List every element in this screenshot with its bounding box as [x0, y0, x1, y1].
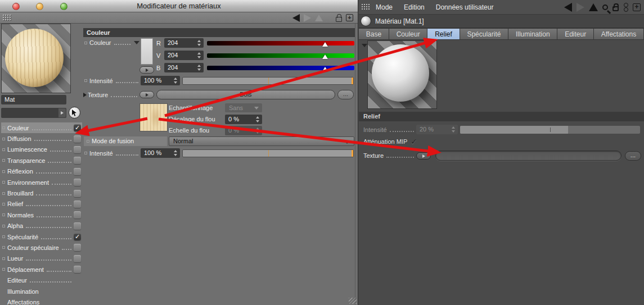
stepper-icon[interactable]: [451, 126, 456, 133]
menu-item[interactable]: Mode: [376, 3, 393, 11]
relief-intensity-field[interactable]: 20 %: [416, 125, 458, 134]
channel-row[interactable]: Réflexion ✓: [1, 166, 82, 177]
stepper-icon[interactable]: [173, 78, 178, 84]
color-expand-button[interactable]: [139, 66, 154, 74]
history-forward-icon[interactable]: [577, 3, 584, 12]
menu-item[interactable]: Données utilisateur: [436, 3, 494, 11]
channel-checkbox[interactable]: ✓: [74, 168, 81, 175]
slider-marker-icon[interactable]: [322, 54, 328, 59]
attribute-tab[interactable]: Editeur: [557, 28, 594, 40]
channel-checkbox[interactable]: ✓: [74, 124, 81, 131]
channel-row[interactable]: Diffusion ✓: [1, 133, 82, 144]
history-forward-icon[interactable]: [304, 14, 311, 22]
blur-scale-field[interactable]: 0 %: [225, 126, 262, 135]
channel-checkbox[interactable]: ✓: [74, 244, 81, 251]
shader-combo[interactable]: [1, 108, 66, 118]
resize-grip-icon[interactable]: [349, 298, 357, 304]
channel-row[interactable]: Luminescence ✓: [1, 144, 82, 155]
stepper-icon[interactable]: [173, 150, 178, 156]
channel-row[interactable]: Editeur ✓: [1, 275, 82, 285]
attribute-tab[interactable]: Relief: [427, 28, 460, 40]
channel-checkbox[interactable]: ✓: [74, 222, 81, 230]
drag-grip-icon[interactable]: [2, 14, 11, 21]
pick-material-button[interactable]: [69, 107, 80, 119]
new-panel-icon[interactable]: +: [346, 14, 353, 21]
red-slider[interactable]: [207, 41, 354, 45]
channel-row[interactable]: Lueur ✓: [1, 253, 82, 264]
expander-triangle-icon[interactable]: [83, 93, 87, 97]
green-value-field[interactable]: 204: [164, 51, 204, 60]
channel-row[interactable]: Affectations ✓: [1, 297, 82, 305]
channel-checkbox[interactable]: ✓: [74, 233, 81, 240]
chevron-down-icon[interactable]: [134, 41, 139, 44]
channel-row[interactable]: Environnement ✓: [1, 177, 82, 188]
expander-triangle-icon[interactable]: [362, 44, 367, 47]
stepper-icon[interactable]: [197, 40, 201, 46]
relief-texture-field[interactable]: [435, 151, 622, 161]
channel-checkbox[interactable]: ✓: [74, 190, 81, 197]
slider-handle[interactable]: [352, 78, 353, 84]
combo-arrow-icon[interactable]: [58, 108, 66, 117]
channel-row[interactable]: Alpha ✓: [1, 221, 82, 231]
channel-row[interactable]: Transparence ✓: [1, 155, 82, 166]
intensity-value-field[interactable]: 100 %: [141, 76, 180, 85]
channel-row[interactable]: Normales ✓: [1, 210, 82, 220]
history-back-icon[interactable]: [564, 3, 572, 12]
stepper-icon[interactable]: [255, 116, 260, 122]
red-value-field[interactable]: 204: [164, 38, 204, 48]
intensity-slider[interactable]: [182, 77, 354, 85]
link-icon[interactable]: [623, 3, 628, 12]
channel-checkbox[interactable]: ✓: [74, 157, 81, 164]
relief-intensity-slider[interactable]: [460, 126, 640, 134]
new-panel-icon[interactable]: +: [633, 3, 641, 11]
lock-icon[interactable]: [613, 6, 619, 11]
channel-checkbox[interactable]: ✓: [74, 201, 81, 208]
channel-row[interactable]: Brouillard ✓: [1, 188, 82, 198]
material-preview[interactable]: [1, 24, 71, 93]
window-titlebar[interactable]: Modificateur de matériaux: [0, 0, 358, 12]
attribute-tab[interactable]: Illumination: [508, 28, 557, 40]
texture-name-field[interactable]: Bois: [156, 90, 335, 99]
texture-browse-button[interactable]: ...: [337, 90, 354, 99]
attribute-tab[interactable]: Affectations: [594, 28, 644, 40]
intensity2-value-field[interactable]: 100 %: [141, 148, 180, 158]
stepper-icon[interactable]: [197, 65, 201, 71]
material-name-field[interactable]: Mat: [1, 95, 66, 104]
attribute-tab[interactable]: Spécularité: [460, 28, 509, 40]
relief-texture-arrow-button[interactable]: [416, 152, 431, 160]
attribute-tab[interactable]: Couleur: [389, 28, 428, 40]
channel-row[interactable]: Spécularité ✓: [1, 231, 82, 242]
relief-preview[interactable]: [367, 40, 437, 109]
blue-value-field[interactable]: 204: [164, 63, 204, 72]
blend-mode-dropdown[interactable]: Normal: [169, 136, 354, 146]
texture-arrow-button[interactable]: [139, 91, 154, 98]
channel-row[interactable]: Illumination ✓: [1, 286, 82, 297]
slider-marker-icon[interactable]: [322, 42, 328, 47]
channel-checkbox[interactable]: ✓: [74, 211, 81, 218]
channel-checkbox[interactable]: ✓: [74, 255, 81, 262]
channel-row[interactable]: Relief ✓: [1, 199, 82, 210]
search-icon[interactable]: [602, 4, 608, 10]
texture-thumbnail[interactable]: [139, 103, 168, 131]
channel-checkbox[interactable]: ✓: [74, 179, 81, 186]
relief-texture-browse-button[interactable]: ...: [625, 151, 641, 161]
intensity2-slider[interactable]: [182, 149, 354, 157]
channel-checkbox[interactable]: ✓: [74, 146, 81, 153]
blur-offset-field[interactable]: 0 %: [225, 115, 262, 124]
parent-up-icon[interactable]: [315, 15, 323, 21]
parent-up-icon[interactable]: [589, 3, 598, 11]
channel-checkbox[interactable]: ✓: [74, 135, 81, 143]
stepper-icon[interactable]: [197, 52, 201, 58]
channel-row[interactable]: Déplacement ✓: [1, 264, 82, 275]
mip-checkbox[interactable]: ✓: [411, 137, 417, 146]
slider-handle[interactable]: [352, 150, 353, 157]
blue-slider[interactable]: [207, 66, 354, 70]
color-swatch[interactable]: [141, 38, 153, 65]
channel-checkbox[interactable]: ✓: [74, 266, 81, 273]
sampling-dropdown[interactable]: Sans: [225, 103, 262, 112]
menu-item[interactable]: Edition: [404, 3, 425, 11]
channel-row[interactable]: Couleur ✓: [1, 122, 82, 133]
slider-marker-icon[interactable]: [322, 67, 328, 71]
history-back-icon[interactable]: [292, 14, 300, 22]
stepper-icon[interactable]: [255, 128, 260, 134]
